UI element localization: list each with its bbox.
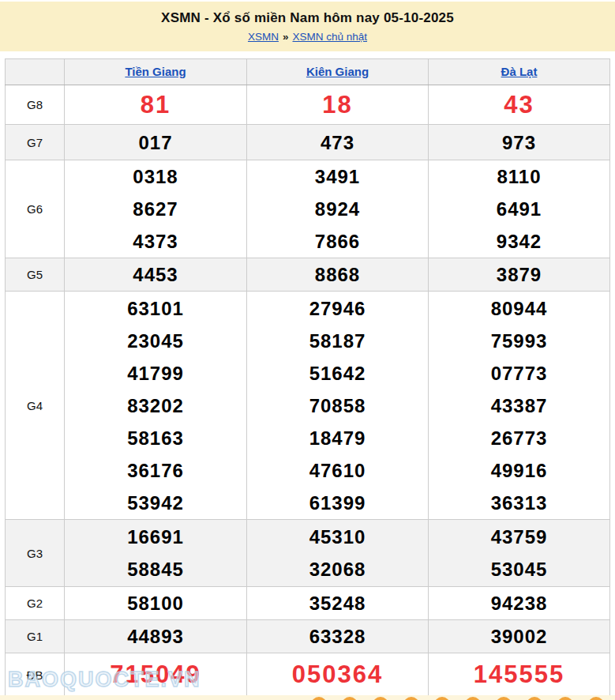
province-link-tien-giang[interactable]: Tiền Giang xyxy=(125,65,186,78)
prize-row-G1: G1448936332839002 xyxy=(6,620,610,653)
prize-cell: 44893 xyxy=(65,620,247,653)
lottery-number: 63101 xyxy=(65,292,246,325)
lottery-number: 75993 xyxy=(429,325,609,357)
prize-cell: 94238 xyxy=(429,587,610,620)
prize-cell: 3879 xyxy=(429,258,610,292)
ball-icon xyxy=(342,697,358,700)
lottery-number: 3491 xyxy=(247,160,428,193)
prize-cell: 050364 xyxy=(247,653,429,697)
lottery-number: 18 xyxy=(247,86,428,124)
prize-label: ĐB xyxy=(6,653,65,697)
lottery-number: 8110 xyxy=(429,160,609,193)
prize-cell: 811064919342 xyxy=(429,160,610,258)
lottery-number: 63328 xyxy=(247,620,428,653)
province-link-kien-giang[interactable]: Kiên Giang xyxy=(306,65,369,78)
ball-icon xyxy=(434,697,450,700)
prize-cell: 80944759930777343387267734991636313 xyxy=(429,292,610,520)
lottery-number: 9342 xyxy=(429,225,609,258)
prize-cell: 4453 xyxy=(65,258,247,292)
lottery-number: 0318 xyxy=(65,160,246,193)
page-title: XSMN - Xổ số miền Nam hôm nay 05-10-2025 xyxy=(0,2,615,26)
lottery-number: 58163 xyxy=(65,422,246,454)
ball-icon xyxy=(311,697,327,700)
prize-cell: 017 xyxy=(65,125,247,160)
lottery-number: 49916 xyxy=(429,454,609,487)
lottery-number: 43759 xyxy=(429,521,609,553)
lottery-number: 36313 xyxy=(429,487,609,519)
prize-cell: 349189247866 xyxy=(247,160,429,258)
lottery-number: 4453 xyxy=(65,258,246,291)
prize-label: G2 xyxy=(6,587,65,620)
province-header-tien-giang: Tiền Giang xyxy=(65,59,247,85)
prize-cell: 473 xyxy=(247,125,429,160)
prize-cell: 4531032068 xyxy=(247,520,429,587)
prize-row-G2: G2581003524894238 xyxy=(6,587,610,620)
prize-label: G6 xyxy=(6,160,65,258)
page-header: XSMN - Xổ số miền Nam hôm nay 05-10-2025… xyxy=(0,2,615,51)
prize-cell: 58100 xyxy=(65,587,247,620)
lottery-number: 32068 xyxy=(247,553,428,585)
lottery-number: 58187 xyxy=(247,325,428,357)
lottery-results-table: Tiền Giang Kiên Giang Đà Lạt G8811843G70… xyxy=(5,58,610,697)
lottery-number: 47610 xyxy=(247,454,428,487)
breadcrumb: XSMN»XSMN chủ nhật xyxy=(0,31,615,43)
ball-icon xyxy=(373,697,388,700)
prize-cell: 27946581875164270858184794761061399 xyxy=(247,292,429,520)
prize-cell: 4375953045 xyxy=(429,520,610,587)
prize-label: G4 xyxy=(6,292,65,520)
prize-label: G1 xyxy=(6,620,65,653)
lottery-number: 58100 xyxy=(65,587,246,619)
lottery-number: 26773 xyxy=(429,422,609,454)
lottery-number: 81 xyxy=(65,86,246,124)
prize-cell: 8868 xyxy=(247,258,429,292)
corner-cell xyxy=(6,59,65,85)
prize-cell: 973 xyxy=(429,125,610,160)
ball-icon xyxy=(403,697,419,700)
prize-label: G5 xyxy=(6,258,65,292)
lottery-number: 8924 xyxy=(247,193,428,225)
lottery-number: 61399 xyxy=(247,487,428,519)
prize-cell: 63101230454179983202581633617653942 xyxy=(65,292,247,520)
prize-cell: 43 xyxy=(429,85,610,125)
prize-cell: 81 xyxy=(65,85,247,125)
lottery-number: 36176 xyxy=(65,454,246,487)
lottery-number: 35248 xyxy=(247,587,428,619)
prize-label: G3 xyxy=(6,520,65,587)
lottery-number: 23045 xyxy=(65,325,246,357)
prize-cell: 63328 xyxy=(247,620,429,653)
lottery-number: 3879 xyxy=(429,258,609,291)
breadcrumb-link-xsmn-chu-nhat[interactable]: XSMN chủ nhật xyxy=(292,31,367,43)
lottery-number: 4373 xyxy=(65,225,246,258)
prize-row-ĐB: ĐB715049050364145555 xyxy=(6,653,610,697)
ball-icon xyxy=(588,697,604,700)
lottery-number: 8627 xyxy=(65,193,246,225)
ball-icon xyxy=(557,697,573,700)
breadcrumb-separator: » xyxy=(283,31,289,43)
lottery-number: 39002 xyxy=(429,620,609,653)
lottery-number: 8868 xyxy=(247,258,428,291)
lottery-number: 94238 xyxy=(429,587,609,619)
prize-row-G5: G5445388683879 xyxy=(6,258,610,292)
prize-cell: 18 xyxy=(247,85,429,125)
lottery-number: 51642 xyxy=(247,357,428,390)
lottery-number: 43387 xyxy=(429,390,609,422)
prize-row-G6: G6031886274373349189247866811064919342 xyxy=(6,160,610,258)
breadcrumb-link-xsmn[interactable]: XSMN xyxy=(248,31,279,43)
lottery-number: 18479 xyxy=(247,422,428,454)
lottery-number: 050364 xyxy=(247,656,428,694)
prize-row-G3: G3166915884545310320684375953045 xyxy=(6,520,610,587)
lottery-number: 83202 xyxy=(65,390,246,422)
prize-row-G4: G463101230454179983202581633617653942279… xyxy=(6,292,610,520)
province-header-kien-giang: Kiên Giang xyxy=(247,59,429,85)
prize-cell: 39002 xyxy=(429,620,610,653)
province-link-da-lat[interactable]: Đà Lạt xyxy=(501,65,538,78)
lottery-number: 53942 xyxy=(65,487,246,519)
lottery-number: 45310 xyxy=(247,521,428,553)
lottery-number: 973 xyxy=(429,126,609,159)
province-header-da-lat: Đà Lạt xyxy=(429,59,610,85)
lottery-number: 70858 xyxy=(247,390,428,422)
lottery-number: 58845 xyxy=(65,553,246,585)
lottery-number: 41799 xyxy=(65,357,246,390)
lottery-number: 43 xyxy=(429,86,609,124)
lottery-number: 80944 xyxy=(429,292,609,325)
